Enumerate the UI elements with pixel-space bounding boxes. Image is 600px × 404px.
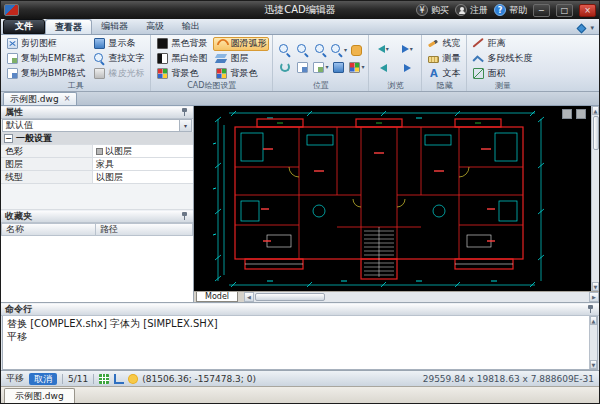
show-bar-button[interactable]: 显示条 [91,37,147,51]
next-page-button[interactable] [396,60,418,77]
polyline-length-button[interactable]: 多段线长度 [470,52,535,66]
arrow-right-icon [404,64,411,72]
chevron-down-icon[interactable]: ▾ [179,120,191,131]
scroll-left-icon[interactable]: ◀ [244,292,254,302]
property-row-linetype[interactable]: 线型 以图层 [1,171,193,184]
tab-editor[interactable]: 编辑器 [92,19,137,34]
canvas-horizontal-scrollbar[interactable]: ◀ ▶ [244,292,599,302]
file-menu-button[interactable]: 文件 [3,19,45,34]
axis-icon[interactable] [114,374,124,384]
copy-bmp-button[interactable]: 复制为BMP格式 [4,67,88,81]
buy-button[interactable]: ¥ 购买 [416,4,449,17]
cancel-button[interactable]: 取消 [29,373,57,385]
status-bar: 平移 取消 5/11 (81506.36; -157478.3; 0) 2955… [1,370,599,386]
group-title-measure: 测量 [470,81,535,91]
cut-frame-button[interactable]: 剪切图框 [4,37,88,51]
minimize-button[interactable]: ─ [533,4,550,17]
close-document-icon[interactable]: × [64,95,71,103]
document-tab[interactable]: 示例图.dwg × [3,92,77,105]
layers-icon [216,53,227,64]
main-area: 属性 默认值 ▾ − 一般设置 色彩 以图层 图层 家具 [1,106,599,302]
prev-page-button[interactable] [372,60,394,77]
eraser-cursor-button[interactable]: 橡皮光标 [91,67,147,81]
line-width-button[interactable]: 线宽 [425,37,463,51]
bottom-document-tab[interactable]: 示例图.dwg [4,388,75,403]
zoom-window-button[interactable] [312,42,329,58]
favorites-name-column[interactable]: 名称 [1,223,96,236]
view-sheet-button[interactable] [294,59,311,75]
search-icon [94,53,105,64]
rotate-view-button[interactable] [276,59,293,75]
command-panel: 命令行 替换 [COMPLEX.shx] 字体为 [SIMPLEX.SHX] 平… [1,302,599,370]
hide-text-button[interactable]: A 文本 [425,67,463,81]
scroll-right-icon[interactable]: ▶ [589,292,599,302]
background-color-button-2[interactable]: 背景色 [213,67,269,81]
tab-output[interactable]: 输出 [173,19,209,34]
zoom-extents-button[interactable]: ▾ [330,42,347,58]
canvas-vertical-scrollbar[interactable]: ▲ ▼ [591,106,599,291]
property-row-layer[interactable]: 图层 家具 [1,158,193,171]
command-history[interactable]: 替换 [COMPLEX.shx] 字体为 [SIMPLEX.SHX] 平移 ▲ … [2,316,598,370]
zoom-in-button[interactable] [276,42,293,58]
collapse-icon[interactable]: − [4,134,13,143]
style-icon[interactable] [577,24,587,34]
scroll-thumb[interactable] [593,116,599,150]
zoom-out-button[interactable] [294,42,311,58]
app-logo-icon[interactable] [4,4,19,16]
favorites-list[interactable] [1,236,193,302]
pin-icon[interactable] [181,108,188,117]
smooth-arc-button[interactable]: 圆滑弧形 [213,37,269,51]
favorites-path-column[interactable]: 路径 [96,223,193,236]
pin-icon[interactable] [181,212,188,221]
property-value: 以图层 [93,145,193,158]
scroll-track[interactable] [592,115,599,282]
help-button[interactable]: ? 帮助 [494,4,527,17]
view-grid-button[interactable] [330,59,347,75]
chevron-down-icon[interactable]: ▾ [590,25,594,32]
black-background-button[interactable]: 黑色背景 [154,37,210,51]
pin-icon[interactable] [587,305,594,314]
property-name: 线型 [1,171,93,183]
favorites-column-headers: 名称 路径 [1,223,193,236]
view-options-button[interactable]: ▾ [348,59,365,75]
drawing-canvas[interactable] [194,106,591,291]
model-tab[interactable]: Model [196,292,238,302]
text-a-icon: A [428,68,439,79]
area-button[interactable]: 面积 [470,67,535,81]
find-text-button[interactable]: 查找文字 [91,52,147,66]
property-row-color[interactable]: 色彩 以图层 [1,145,193,158]
properties-section-row[interactable]: − 一般设置 [1,132,193,145]
first-page-button[interactable]: ▾ [372,41,394,58]
tab-advanced[interactable]: 高级 [137,19,173,34]
last-page-button[interactable]: ▾ [396,41,418,58]
close-button[interactable]: × [579,4,596,17]
command-scrollbar[interactable]: ▲ ▼ [589,316,597,369]
scroll-down-icon[interactable]: ▼ [590,360,597,369]
hide-measure-button[interactable]: 测量 [425,52,463,66]
scroll-track[interactable] [590,325,597,360]
grid-toggle-icon[interactable] [99,374,109,384]
distance-button[interactable]: 距离 [470,37,535,51]
bw-drawing-button[interactable]: 黑白绘图 [154,52,210,66]
copy-emf-button[interactable]: 复制为EMF格式 [4,52,88,66]
scroll-thumb[interactable] [255,293,325,301]
layout-icon[interactable] [576,109,586,119]
brightness-icon[interactable] [129,375,137,383]
preset-select[interactable]: 默认值 ▾ [2,119,192,132]
maximize-button[interactable]: □ [556,4,573,17]
property-name: 图层 [1,158,93,170]
register-button[interactable]: 注册 [455,4,488,17]
scroll-track[interactable] [254,292,589,302]
pan-button[interactable] [348,42,365,58]
scroll-down-icon[interactable]: ▼ [592,282,599,291]
view-sheet-green-button[interactable]: ▾ [312,59,329,75]
scroll-up-icon[interactable]: ▲ [590,316,597,325]
tab-viewer[interactable]: 查看器 [45,19,92,34]
layout-icon[interactable] [562,109,572,119]
scroll-up-icon[interactable]: ▲ [592,106,599,115]
arrow-left-icon [378,45,385,53]
group-title-tools: 工具 [4,81,147,91]
layers-button[interactable]: 图层 [213,52,269,66]
property-value: 家具 [93,158,193,171]
background-color-button[interactable]: 背景色 [154,67,210,81]
